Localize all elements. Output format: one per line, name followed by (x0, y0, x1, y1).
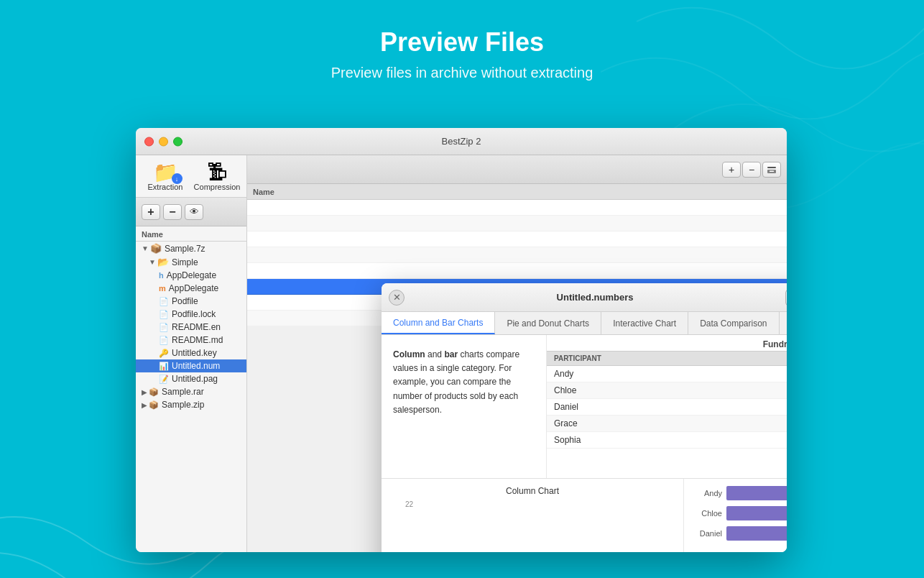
tree-item-podfilelock[interactable]: 📄 Podfile.lock (136, 308, 246, 321)
file-7z-icon: 📦 (150, 243, 162, 254)
preview-title: Untitled.numbers (405, 292, 785, 303)
hbar-andy-label: Andy (690, 489, 722, 497)
toolbar-buttons: + − (722, 162, 781, 178)
tree-label-appdelegate-h: AppDelegate (167, 270, 216, 280)
column-chart-area: Column Chart 11 17 22 (382, 479, 683, 552)
right-row-3 (247, 231, 787, 247)
download-badge: ↓ (172, 173, 183, 184)
tree-item-sample-zip[interactable]: ▶ 📦 Sample.zip (136, 398, 246, 411)
data-table-panel: Fundraise PARTICIPANT Andy Chloe Daniel … (547, 335, 787, 478)
participant-header: PARTICIPANT (547, 351, 787, 366)
title-bar: BestZip 2 (136, 128, 787, 155)
readme-md-icon: 📄 (159, 336, 169, 345)
preview-share-button[interactable] (785, 290, 787, 306)
tree-label-podfile: Podfile (172, 296, 198, 306)
right-row-5 (247, 263, 787, 279)
desc-bold-bar: bar (444, 349, 458, 359)
compression-icon: 🗜 (207, 162, 227, 183)
fundraiser-heading: Fundraise (547, 335, 787, 351)
right-row-1 (247, 200, 787, 216)
tree-item-sample7z[interactable]: ▼ 📦 Sample.7z (136, 242, 246, 255)
pag-file-icon: 📝 (159, 375, 169, 384)
header: Preview Files Preview files in archive w… (0, 0, 924, 81)
y-label-22: 22 (393, 500, 413, 508)
tree-item-label: Sample.7z (165, 244, 205, 254)
right-toolbar: + − (247, 155, 787, 184)
tab-pie-donut-charts[interactable]: Pie and Donut Charts (495, 312, 601, 334)
page-title: Preview Files (0, 27, 924, 58)
tab-data-comparison[interactable]: Data Comparison (688, 312, 779, 334)
desc-and: and (425, 349, 445, 359)
podfilelock-icon: 📄 (159, 310, 169, 319)
tree-item-simple[interactable]: ▼ 📂 Simple (136, 255, 246, 269)
folder-simple-icon: 📂 (157, 257, 169, 267)
window-title: BestZip 2 (442, 136, 481, 147)
compression-button[interactable]: 🗜 Compression (193, 160, 241, 194)
maximize-button[interactable] (173, 137, 183, 146)
chart-title: Column Chart (506, 486, 559, 496)
chart-wrapper: 11 17 22 11 (393, 500, 672, 552)
bars-container: 11 15 (413, 500, 672, 552)
traffic-lights (144, 137, 183, 146)
view-toggle-button[interactable]: 👁 (185, 204, 203, 220)
tree-item-untitled-key[interactable]: 🔑 Untitled.key (136, 347, 246, 359)
tree-item-untitled-pag[interactable]: 📝 Untitled.pag (136, 372, 246, 385)
name-column-header: Name (136, 226, 246, 242)
hbar-andy: Andy (690, 486, 787, 500)
rar-file-icon: 📦 (149, 387, 159, 397)
add-toolbar-button[interactable]: + (722, 162, 741, 178)
hbar-andy-fill (726, 486, 787, 500)
remove-toolbar-button[interactable]: − (742, 162, 761, 178)
remove-file-button[interactable]: − (163, 204, 182, 220)
preview-modal: ✕ Untitled.numbers Column and Bar Charts… (382, 283, 787, 552)
tree-item-appdelegate-h[interactable]: h AppDelegate (136, 269, 246, 282)
key-file-icon: 🔑 (159, 349, 169, 358)
tree-item-readme-en[interactable]: 📄 README.en (136, 321, 246, 334)
tab-interactive-chart[interactable]: Interactive Chart (601, 312, 688, 334)
tree-item-label-simple: Simple (172, 257, 198, 267)
tree-label-readme-md: README.md (172, 335, 223, 345)
sidebar-toolbar: 📁 ↓ Extraction 🗜 Compression (136, 155, 246, 198)
hbar-daniel: Daniel (690, 526, 787, 541)
right-col-name: Name (253, 188, 274, 196)
preview-content: Column and bar charts compare values in … (382, 335, 787, 552)
tree-label-readme-en: README.en (172, 322, 221, 332)
tab-column-bar-charts[interactable]: Column and Bar Charts (382, 312, 495, 334)
preview-main-col: Column and bar charts compare values in … (382, 335, 787, 552)
horizontal-bars-area: Andy Chloe Daniel (683, 479, 787, 552)
tree-item-readme-md[interactable]: 📄 README.md (136, 334, 246, 347)
participant-grace: Grace (547, 416, 787, 432)
tree-label-appdelegate-m: AppDelegate (169, 283, 218, 293)
preview-title-bar: ✕ Untitled.numbers (382, 283, 787, 312)
participant-sophia: Sophia (547, 432, 787, 449)
file-tree: ▼ 📦 Sample.7z ▼ 📂 Simple h AppDelegate (136, 242, 246, 552)
preview-tabs: Column and Bar Charts Pie and Donut Char… (382, 312, 787, 335)
preview-bottom-row: Column Chart 11 17 22 (382, 479, 787, 552)
expand-arrow-simple: ▼ (149, 258, 156, 266)
m-icon: m (159, 284, 166, 293)
participant-chloe: Chloe (547, 382, 787, 399)
tree-item-untitled-num[interactable]: 📊 Untitled.num (136, 359, 246, 372)
expand-zip: ▶ (142, 401, 147, 409)
expand-rar: ▶ (142, 388, 147, 396)
hbar-chloe-fill (726, 506, 787, 520)
archive-toolbar-button[interactable] (762, 162, 781, 178)
minimize-button[interactable] (159, 137, 168, 146)
tree-item-podfile[interactable]: 📄 Podfile (136, 295, 246, 308)
close-button[interactable] (144, 137, 154, 146)
add-file-button[interactable]: + (142, 204, 160, 220)
chart-description: Column and bar charts compare values in … (382, 335, 547, 478)
archive-icon (767, 165, 777, 175)
tree-item-sample-rar[interactable]: ▶ 📦 Sample.rar (136, 385, 246, 398)
compression-label: Compression (194, 183, 241, 191)
tree-label-untitled-pag: Untitled.pag (172, 374, 218, 384)
preview-close-button[interactable]: ✕ (389, 290, 405, 306)
num-file-icon: 📊 (159, 362, 169, 371)
app-window: BestZip 2 📁 ↓ Extraction 🗜 Compression (136, 128, 787, 552)
tree-item-appdelegate-m[interactable]: m AppDelegate (136, 282, 246, 295)
zip-file-icon: 📦 (149, 400, 159, 410)
hbar-daniel-fill (726, 526, 787, 541)
right-row-4 (247, 247, 787, 263)
tree-label-sample-zip: Sample.zip (162, 400, 204, 410)
extraction-button[interactable]: 📁 ↓ Extraction (141, 160, 190, 194)
